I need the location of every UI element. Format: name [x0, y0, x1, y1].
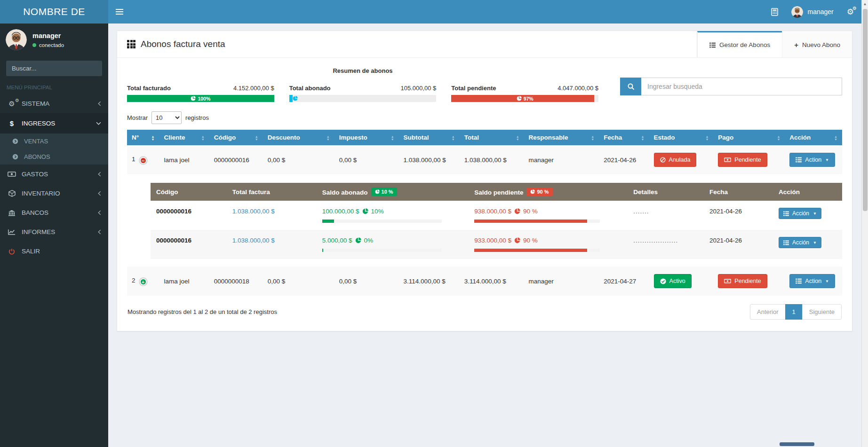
- pie-icon: [514, 208, 520, 214]
- money-icon: [724, 157, 731, 162]
- gears-icon: ⚙⚙: [847, 8, 854, 16]
- col-estado[interactable]: Estado▲▼: [649, 130, 714, 145]
- navbar-right: manager ⚙⚙: [764, 0, 860, 24]
- bank-icon: [7, 210, 16, 216]
- top-navbar: manager ⚙⚙: [108, 0, 868, 24]
- subcell-saldo-pendiente: 933.000,00 $90 %: [469, 230, 628, 259]
- col-descuento[interactable]: Descuento▲▼: [263, 130, 334, 145]
- pie-icon: [530, 189, 535, 194]
- cell-pago: Pendiente: [713, 267, 785, 296]
- subcell-saldo-abonado: 5.000,00 $0%: [317, 230, 469, 259]
- abonado-badge: 10 %: [371, 188, 397, 196]
- estado-activo-button[interactable]: Activo: [654, 274, 692, 288]
- cell-cliente: lama joel: [159, 267, 209, 296]
- subcol-codigo: Código: [151, 183, 227, 201]
- sidebar-item-ingresos[interactable]: $ INGRESOS: [0, 113, 108, 133]
- list-icon: [709, 42, 716, 48]
- pago-pendiente-button[interactable]: Pendiente: [718, 153, 767, 167]
- caret-down-icon: ▼: [825, 279, 829, 283]
- accion-dropdown-button[interactable]: Acción ▼: [779, 237, 821, 248]
- tabs: Gestor de Abonos + Nuevo Abono: [697, 31, 852, 57]
- col-pago[interactable]: Pago▲▼: [713, 130, 785, 145]
- search-button[interactable]: [620, 78, 641, 95]
- pagination-page-1-button[interactable]: 1: [785, 304, 803, 320]
- user-menu[interactable]: manager: [785, 0, 840, 24]
- col-cliente[interactable]: Cliente▲▼: [159, 130, 209, 145]
- subcol-detalles: Detalles: [628, 183, 704, 201]
- sidebar-search-button[interactable]: [101, 61, 102, 76]
- settings-button[interactable]: ⚙⚙: [840, 0, 860, 24]
- expanded-detail-row: Código Total factura Saldo abonado10 % S…: [127, 174, 842, 267]
- col-numero[interactable]: N°▲▼: [127, 130, 159, 145]
- pie-icon: [517, 96, 522, 101]
- sort-icon: ▲▼: [641, 135, 645, 141]
- sort-icon: ▲▼: [834, 135, 837, 141]
- col-impuesto[interactable]: Impuesto▲▼: [334, 130, 399, 145]
- sort-icon: ▲▼: [151, 135, 154, 141]
- accion-dropdown-button[interactable]: Acción ▼: [779, 208, 821, 219]
- vertical-scrollbar-thumb[interactable]: [863, 9, 868, 211]
- sidebar-item-label: VENTAS: [24, 138, 48, 145]
- total-factura-link[interactable]: 1.038.000,00 $: [232, 237, 275, 244]
- collapse-row-icon[interactable]: −: [140, 157, 147, 164]
- search-input[interactable]: [641, 78, 842, 95]
- progress-total-facturado: 100%: [127, 95, 274, 102]
- pagination-prev-button[interactable]: Anterior: [750, 304, 786, 320]
- abonos-detail-table: Código Total factura Saldo abonado10 % S…: [151, 183, 842, 259]
- sidebar-section-label: MENÚ PRINCIPAL: [0, 78, 108, 94]
- sidebar-item-ventas[interactable]: VENTAS: [0, 133, 108, 149]
- progress-total-abonado: [289, 95, 437, 102]
- col-total[interactable]: Total▲▼: [460, 130, 524, 145]
- scroll-up-arrow-icon[interactable]: ▲: [862, 0, 868, 8]
- pago-pendiente-button[interactable]: Pendiente: [718, 274, 767, 288]
- sidebar-item-label: SALIR: [22, 248, 40, 255]
- sort-icon: ▲▼: [201, 135, 205, 141]
- col-codigo[interactable]: Código▲▼: [209, 130, 263, 145]
- horizontal-scrollbar-thumb[interactable]: [780, 442, 814, 446]
- tab-gestor-de-abonos[interactable]: Gestor de Abonos: [697, 31, 782, 57]
- expand-row-icon[interactable]: +: [140, 278, 147, 285]
- sidebar-item-label: GASTOS: [22, 171, 48, 178]
- abonado-progress: [322, 220, 442, 223]
- col-fecha[interactable]: Fecha▲▼: [599, 130, 649, 145]
- col-responsable[interactable]: Responsable▲▼: [524, 130, 599, 145]
- plus-icon: +: [794, 41, 798, 49]
- sidebar-item-label: ABONOS: [24, 153, 50, 160]
- subcell-total-factura: 1.038.000,00 $: [227, 230, 317, 259]
- col-accion[interactable]: Acción▲▼: [785, 130, 842, 145]
- sidebar-item-inventario[interactable]: INVENTARIO: [0, 184, 108, 203]
- action-dropdown-button[interactable]: Action ▼: [789, 274, 835, 288]
- sidebar-toggle-button[interactable]: [108, 0, 131, 24]
- sidebar-item-label: SISTEMA: [22, 100, 49, 107]
- sidebar-item-informes[interactable]: INFORMES: [0, 222, 108, 242]
- sidebar-item-bancos[interactable]: BANCOS: [0, 203, 108, 222]
- sidebar-item-abonos[interactable]: ABONOS: [0, 149, 108, 165]
- cell-numero: 1−: [127, 145, 159, 174]
- calculator-button[interactable]: [764, 0, 785, 24]
- subcell-codigo: 0000000016: [151, 230, 227, 259]
- pie-icon: [375, 189, 380, 194]
- brand-logo[interactable]: NOMBRE DE: [0, 0, 108, 24]
- status-label: conectado: [39, 42, 64, 48]
- sidebar-item-sistema[interactable]: ⚙⚙ SISTEMA: [0, 94, 108, 113]
- action-dropdown-button[interactable]: Action ▼: [789, 153, 835, 167]
- cell-accion: Action ▼: [785, 267, 842, 296]
- sidebar-menu: ⚙⚙ SISTEMA $ INGRESOS VENTAS ABONOS GAST…: [0, 94, 108, 261]
- sidebar-search-input[interactable]: [6, 61, 101, 76]
- sidebar-item-label: BANCOS: [22, 209, 48, 216]
- list-icon: [796, 157, 802, 163]
- pagination-next-button[interactable]: Siguiente: [802, 304, 842, 320]
- col-subtotal[interactable]: Subtotal▲▼: [399, 130, 460, 145]
- stat-percent: 97%: [524, 96, 534, 102]
- vertical-scrollbar[interactable]: ▲: [861, 0, 868, 447]
- tab-nuevo-abono[interactable]: + Nuevo Abono: [782, 31, 852, 57]
- caret-down-icon: ▼: [825, 158, 829, 162]
- estado-anulada-button[interactable]: Anulada: [654, 153, 697, 167]
- page-length-select[interactable]: 10: [151, 111, 182, 124]
- subcol-total-factura: Total factura: [227, 183, 317, 201]
- total-factura-link[interactable]: 1.038.000,00 $: [232, 208, 275, 215]
- sidebar-item-salir[interactable]: SALIR: [0, 242, 108, 261]
- cell-codigo: 0000000016: [209, 145, 263, 174]
- cell-fecha: 2021-04-26: [599, 145, 649, 174]
- sidebar-item-gastos[interactable]: GASTOS: [0, 165, 108, 184]
